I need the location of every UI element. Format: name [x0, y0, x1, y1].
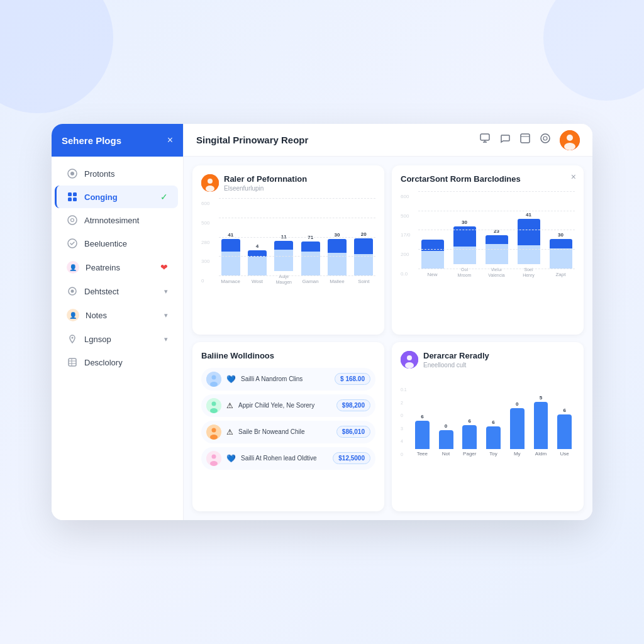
svg-point-6	[68, 216, 77, 225]
y-axis: 0.1 2 0 3 4 0	[401, 387, 409, 457]
y-axis: 600 500 17/0 200 0.0	[401, 191, 416, 279]
sidebar-item-dehtstect[interactable]: Dehtstect ▾	[57, 280, 178, 303]
app-window: Sehere Plogs × Protonts	[52, 124, 592, 520]
svg-point-10	[71, 290, 74, 293]
sidebar-item-label: Dehtstect	[84, 287, 158, 296]
chevron-down-icon: ▾	[164, 311, 168, 319]
y-axis: 600 500 280 300 0	[201, 198, 216, 286]
user-avatar[interactable]	[560, 130, 580, 150]
sidebar-item-label: Conging	[84, 192, 154, 202]
sidebar-title: Sehere Plogs	[62, 135, 121, 146]
sidebar-item-conging[interactable]: Conging ✓	[55, 186, 178, 208]
billing-avatar	[206, 425, 221, 440]
bar-mamace: 41 Mamace	[219, 232, 242, 285]
svg-rect-4	[68, 197, 72, 201]
bar-new: New	[418, 238, 447, 278]
sidebar-item-label: Beeluentice	[84, 239, 168, 248]
bar-use: 6 Use	[554, 408, 575, 457]
billing-item: 💙 Sailli A Nandrom Clins $ 168.00	[201, 368, 375, 391]
sidebar-item-peatreins[interactable]: 👤 Peatreins ❤	[57, 255, 178, 279]
billing-amount: $98,200	[336, 399, 370, 411]
svg-rect-16	[480, 134, 489, 140]
svg-point-24	[567, 135, 573, 141]
billing-name: Appir Child Yele, Ne Sorery	[238, 402, 331, 409]
chat-icon[interactable]	[499, 133, 511, 147]
billing-amount: $86,010	[336, 426, 370, 438]
sidebar-item-label: Peatreins	[86, 263, 154, 272]
chevron-down-icon: ▾	[164, 287, 168, 296]
billing-emoji: 💙	[226, 454, 236, 463]
svg-point-25	[564, 143, 575, 150]
card-close-button[interactable]: ×	[571, 172, 576, 182]
bars-row: New 30 OolMroom	[418, 191, 575, 279]
active-checkmark: ✓	[160, 192, 168, 202]
bar-chart-left-top: 600 500 280 300 0	[201, 198, 375, 286]
card-billing: Baliine Wolldinoos 💙 Sailli A Nandrom	[192, 342, 384, 511]
svg-point-34	[210, 408, 218, 413]
bar-segment	[557, 414, 572, 449]
bar-segment	[439, 430, 453, 449]
bar-soint: 20 Soint	[352, 231, 375, 285]
bars-row: 41 Mamace 4	[219, 198, 375, 286]
bar-my: 0 My	[507, 401, 528, 457]
card-header: Derarcar Reradly Eneelloond cult	[401, 351, 575, 369]
sidebar-item-lgnsop[interactable]: Lgnsop ▾	[57, 328, 178, 350]
billing-emoji: 💙	[226, 375, 236, 384]
sidebar-item-protonts[interactable]: Protonts	[57, 162, 178, 185]
card-title: Baliine Wolldinoos	[201, 351, 375, 362]
svg-rect-5	[73, 197, 77, 201]
svg-point-7	[71, 219, 74, 222]
billing-emoji: ⚠	[226, 401, 233, 410]
topbar: Singital Prinowary Reopr	[184, 124, 592, 157]
billing-name: Sailli At Rohen lead Oldtive	[241, 455, 328, 462]
sidebar-item-beeluentice[interactable]: Beeluentice	[57, 232, 178, 255]
sidebar-header: Sehere Plogs ×	[52, 124, 183, 157]
card-avatar	[401, 351, 418, 369]
bars-row: 6 Teee 0 Not 6 Pager	[412, 395, 575, 457]
shield-icon	[67, 286, 78, 297]
billing-item: ⚠ Appir Child Yele, Ne Sorery $98,200	[201, 394, 375, 417]
svg-point-21	[541, 134, 550, 143]
bar-ool-mroom: 30 OolMroom	[450, 219, 479, 278]
monitor-icon[interactable]	[479, 133, 491, 147]
settings-icon[interactable]	[540, 133, 551, 147]
billing-name: Sailli A Nandrom Clins	[241, 375, 330, 382]
single-bar-chart: 0.1 2 0 3 4 0 6 Teee 0	[401, 375, 575, 457]
card-title: Raler of Pefornnation	[224, 174, 307, 185]
sidebar-item-label: Notes	[86, 311, 158, 320]
bar-not: 0 Not	[436, 423, 457, 457]
sidebar-close-button[interactable]: ×	[167, 135, 173, 146]
table-icon	[67, 357, 78, 368]
bar-viefur: 23 ViefurValencia	[482, 228, 511, 278]
check-circle-icon	[67, 238, 78, 249]
card-title: Derarcar Reradly	[423, 351, 489, 362]
bar-pager: 6 Pager	[459, 418, 480, 457]
card-title-group: Raler of Pefornnation Elseenfurlupin	[224, 174, 307, 192]
billing-avatar	[206, 398, 221, 413]
sidebar-item-atrnnotesiment[interactable]: Atrnnotesiment	[57, 209, 178, 231]
billing-avatar	[206, 451, 221, 466]
card-avatar	[201, 174, 219, 192]
peatreins-avatar: 👤	[67, 261, 79, 274]
svg-point-42	[407, 355, 412, 360]
pin-icon	[67, 333, 78, 345]
sidebar-item-notes[interactable]: 👤 Notes ▾	[57, 303, 178, 327]
sidebar-item-label: Protonts	[84, 169, 168, 179]
bar-aulje: 11 AuljeMaugen	[272, 234, 296, 285]
bar-mallee: 30 Mallee	[325, 232, 348, 285]
bar-soel: 41 SoelHenry	[514, 212, 543, 278]
svg-point-33	[212, 401, 216, 406]
billing-amount: $12,5000	[333, 452, 370, 464]
bar-wost: 4 Wost	[245, 243, 269, 285]
bar-gaman: 71 Gaman	[299, 235, 322, 285]
sidebar-item-desclolory[interactable]: Desclolory	[57, 351, 178, 374]
bar-teee: 6 Teee	[412, 414, 433, 457]
svg-rect-2	[68, 192, 72, 196]
svg-point-40	[210, 461, 218, 466]
bar-segment	[486, 426, 501, 449]
chart-area: New 30 OolMroom	[418, 191, 575, 279]
window-icon[interactable]	[519, 133, 531, 147]
svg-point-37	[210, 435, 218, 440]
bar-toy: 6 Toy	[483, 419, 504, 457]
grid-icon	[67, 191, 78, 203]
